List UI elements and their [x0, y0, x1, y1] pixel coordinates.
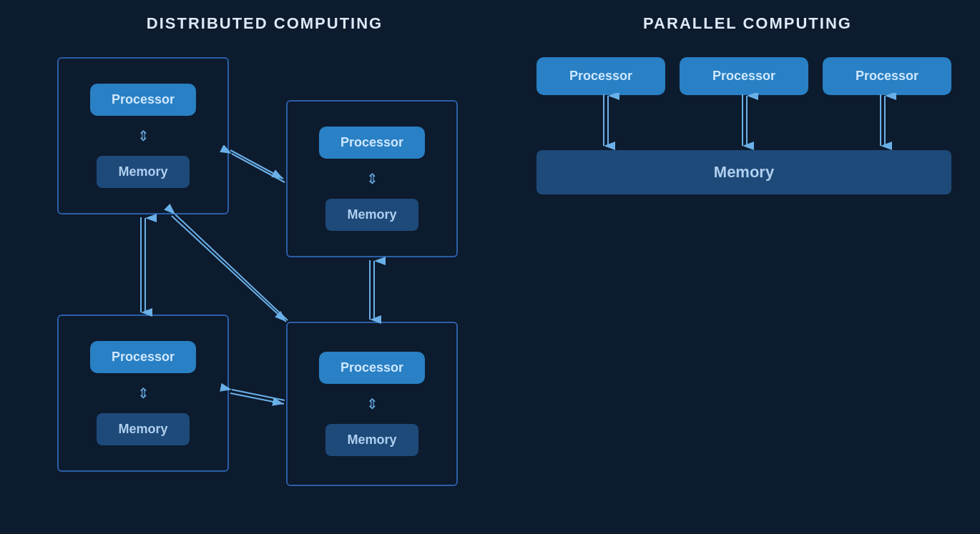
parallel-memory: Memory [536, 150, 951, 194]
parallel-arrows [536, 93, 951, 150]
arrow-3: ⇕ [137, 386, 150, 400]
arrow-1: ⇕ [137, 129, 150, 143]
memory-chip-1: Memory [97, 156, 190, 188]
distributed-section: DISTRIBUTED COMPUTING Processor ⇕ Memory… [29, 14, 501, 522]
parallel-processor-1: Processor [536, 57, 665, 95]
svg-line-5 [232, 154, 285, 182]
svg-line-11 [232, 390, 285, 400]
svg-line-13 [175, 214, 288, 320]
parallel-title: PARALLEL COMPUTING [536, 14, 959, 33]
processor-chip-3: Processor [90, 341, 196, 373]
svg-line-10 [230, 393, 284, 404]
parallel-processors-row: Processor Processor Processor [536, 57, 951, 95]
distributed-node-1: Processor ⇕ Memory [57, 57, 229, 214]
svg-line-4 [230, 150, 283, 179]
processor-chip-1: Processor [90, 84, 196, 116]
parallel-section: PARALLEL COMPUTING Processor Processor P… [536, 14, 959, 315]
distributed-node-2: Processor ⇕ Memory [286, 100, 458, 257]
svg-line-12 [172, 216, 286, 322]
arrow-4: ⇕ [366, 397, 378, 411]
parallel-processor-2: Processor [680, 57, 808, 95]
memory-chip-4: Memory [325, 424, 418, 456]
memory-chip-2: Memory [325, 199, 418, 231]
processor-chip-4: Processor [319, 352, 425, 384]
arrow-2: ⇕ [366, 172, 378, 186]
memory-chip-3: Memory [97, 413, 190, 445]
distributed-node-3: Processor ⇕ Memory [57, 315, 229, 472]
distributed-title: DISTRIBUTED COMPUTING [29, 14, 501, 33]
processor-chip-2: Processor [319, 127, 425, 159]
parallel-processor-3: Processor [823, 57, 951, 95]
distributed-node-4: Processor ⇕ Memory [286, 322, 458, 486]
